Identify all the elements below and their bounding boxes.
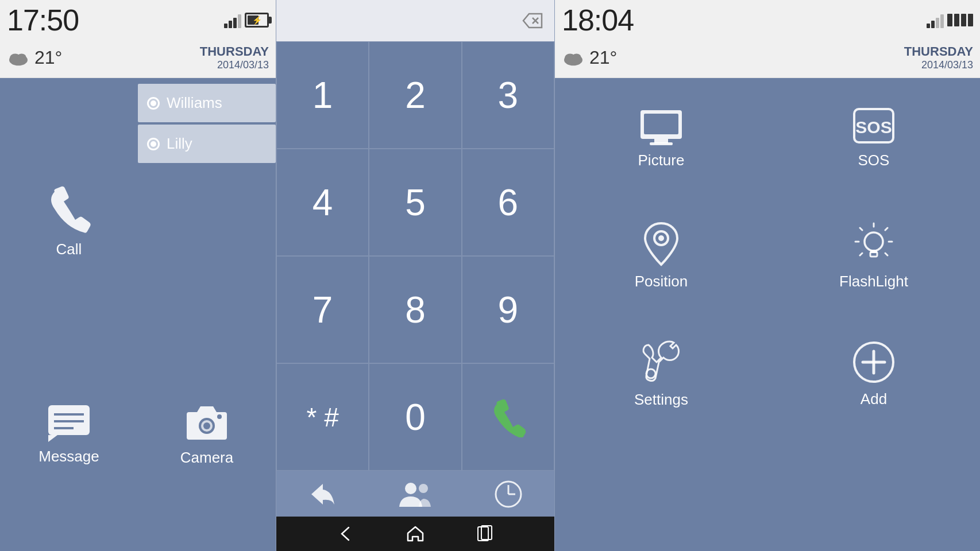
svg-point-10: [203, 422, 210, 429]
right-battery-icon: [947, 14, 973, 26]
android-back-button[interactable]: [335, 523, 356, 544]
right-time: 18:04: [562, 3, 634, 37]
dialer-back-button[interactable]: [276, 471, 369, 517]
message-icon: [46, 403, 92, 442]
backspace-button[interactable]: [520, 8, 545, 33]
svg-point-15: [405, 483, 416, 494]
key-7[interactable]: 7: [276, 256, 369, 363]
svg-point-34: [865, 232, 883, 251]
sos-label: SOS: [858, 152, 890, 169]
key-9[interactable]: 9: [462, 256, 554, 363]
position-icon: [641, 221, 682, 267]
svg-rect-22: [481, 526, 492, 540]
svg-line-40: [885, 253, 888, 255]
dialer-display: [276, 0, 554, 41]
key-1[interactable]: 1: [276, 41, 369, 149]
key-5[interactable]: 5: [369, 149, 461, 256]
call-button[interactable]: Call: [0, 78, 138, 363]
svg-rect-29: [644, 114, 678, 134]
right-weather-temp: 21°: [589, 47, 617, 68]
svg-text:SOS: SOS: [855, 118, 892, 137]
key-2[interactable]: 2: [369, 41, 461, 149]
right-date-info: THURSDAY 2014/03/13: [904, 44, 973, 71]
contact-radio-williams: [147, 97, 160, 110]
position-label: Position: [635, 273, 688, 290]
position-button[interactable]: Position: [555, 196, 767, 315]
left-status-icons: ⚡: [224, 12, 269, 28]
add-icon: [851, 340, 896, 385]
right-date-day: THURSDAY: [904, 44, 973, 59]
contact-name-williams: Williams: [167, 94, 222, 112]
svg-point-44: [646, 369, 655, 378]
picture-icon: [638, 106, 684, 146]
left-panel: 17:50 ⚡ 21° THURSDAY 2014: [0, 0, 276, 551]
flashlight-icon: [851, 221, 897, 267]
svg-point-11: [217, 414, 222, 419]
left-weather-bar: 21° THURSDAY 2014/03/13: [0, 40, 276, 78]
camera-icon: [181, 402, 233, 443]
android-nav-bar: [276, 517, 554, 551]
right-cloud-icon: [562, 49, 585, 67]
svg-point-33: [658, 235, 664, 241]
key-4[interactable]: 4: [276, 149, 369, 256]
key-8[interactable]: 8: [369, 256, 461, 363]
key-0[interactable]: 0: [369, 363, 461, 471]
svg-line-38: [885, 228, 888, 230]
message-button[interactable]: Message: [0, 363, 138, 505]
settings-icon: [638, 339, 684, 385]
flashlight-label: FlashLight: [839, 273, 908, 290]
left-status-bar: 17:50 ⚡: [0, 0, 276, 40]
left-signal-icon: [224, 12, 241, 28]
right-weather-bar: 21° THURSDAY 2014/03/13: [555, 40, 980, 78]
left-date-day: THURSDAY: [200, 44, 269, 59]
right-signal-icon: [927, 12, 944, 28]
sos-partial-left[interactable]: [0, 505, 276, 551]
key-6[interactable]: 6: [462, 149, 554, 256]
android-recents-button[interactable]: [474, 523, 495, 544]
call-icon: [43, 183, 95, 235]
sos-button[interactable]: SOS SOS: [767, 78, 980, 196]
flashlight-button[interactable]: FlashLight: [767, 196, 980, 315]
right-main-grid: Picture SOS SOS Position: [555, 78, 980, 551]
add-button[interactable]: Add: [767, 315, 980, 433]
contact-lilly[interactable]: Lilly: [138, 125, 276, 163]
svg-point-16: [419, 484, 428, 493]
svg-rect-28: [650, 142, 673, 145]
right-panel: 18:04 21° TH: [555, 0, 980, 551]
svg-point-25: [572, 53, 581, 61]
android-recents-icon: [476, 525, 493, 542]
svg-line-41: [860, 228, 862, 230]
key-3[interactable]: 3: [462, 41, 554, 149]
camera-button[interactable]: Camera: [138, 363, 276, 505]
key-call[interactable]: [462, 363, 554, 471]
picture-label: Picture: [638, 152, 685, 169]
android-home-button[interactable]: [405, 523, 426, 544]
right-date-date: 2014/03/13: [904, 59, 973, 71]
key-star-hash[interactable]: * #: [276, 363, 369, 471]
left-battery-icon: ⚡: [245, 13, 269, 28]
green-call-icon: [488, 397, 528, 437]
dialer-keypad: 1 2 3 4 5 6 7 8 9 * # 0: [276, 41, 554, 471]
right-status-bar: 18:04: [555, 0, 980, 40]
history-icon: [492, 478, 524, 510]
dialer-history-button[interactable]: [462, 471, 554, 517]
add-label: Add: [861, 390, 887, 408]
sos-icon: SOS: [851, 106, 897, 146]
radio-inner-williams: [151, 100, 156, 106]
left-cloud-icon: [7, 49, 30, 67]
right-status-icons: [927, 12, 973, 28]
svg-marker-4: [48, 435, 57, 442]
contact-radio-lilly: [147, 138, 160, 150]
android-back-icon: [337, 525, 354, 542]
left-date-info: THURSDAY 2014/03/13: [200, 44, 269, 71]
backspace-icon: [522, 13, 543, 29]
picture-button[interactable]: Picture: [555, 78, 767, 196]
camera-label: Camera: [180, 449, 233, 467]
contact-williams[interactable]: Williams: [138, 84, 276, 122]
dialer-contacts-button[interactable]: [369, 471, 461, 517]
right-weather-info: 21°: [562, 47, 617, 68]
left-time: 17:50: [7, 3, 79, 37]
svg-point-2: [17, 53, 26, 61]
svg-line-43: [860, 253, 862, 255]
settings-button[interactable]: Settings: [555, 315, 767, 433]
